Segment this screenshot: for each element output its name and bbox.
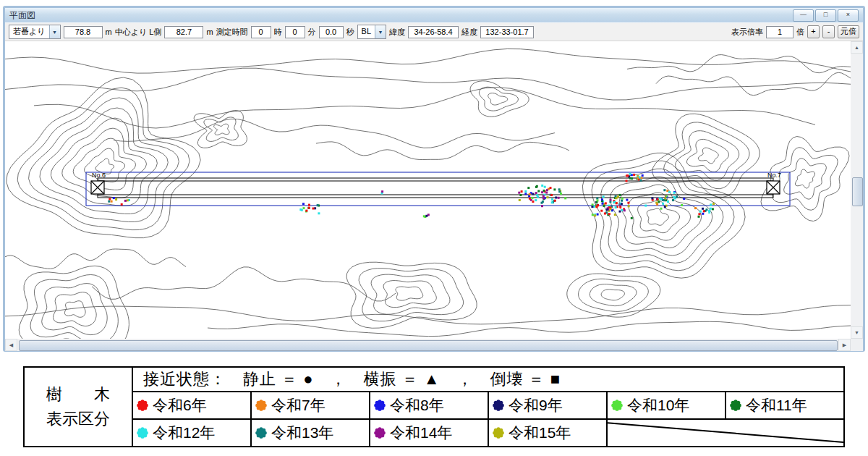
legend-year-label: 令和12年	[153, 424, 215, 441]
scrollbar-corner	[851, 339, 863, 351]
year-marker-icon	[254, 398, 268, 413]
toolbar: 若番より ▼ 78.8 m 中心より L側 82.7 m 測定時間 0 時 0 …	[5, 22, 863, 41]
year-marker-icon	[491, 426, 506, 440]
year-marker-icon	[373, 426, 387, 440]
legend-header-line1: 樹 木	[25, 382, 131, 407]
horizontal-scrollbar[interactable]: ◀ ▶	[5, 339, 851, 351]
tower-no7-label: No.7	[767, 172, 781, 179]
legend-year-label: 令和13年	[271, 424, 333, 441]
legend-year-cell: 令和9年	[488, 392, 607, 419]
zoom-in-button[interactable]: +	[807, 25, 820, 38]
legend-year-label: 令和11年	[746, 397, 807, 413]
vertical-scroll-thumb[interactable]	[852, 177, 863, 206]
legend-header-line2: 表示区分	[25, 407, 131, 431]
zoom-label: 表示倍率	[731, 27, 763, 38]
contour-lines	[5, 49, 851, 339]
legend-year-label: 令和9年	[509, 397, 563, 413]
scroll-left-icon[interactable]: ◀	[5, 339, 17, 351]
window-content: No.6No.7 ▲ ▼ ◀ ▶	[5, 41, 863, 351]
hours-unit-label: 時	[274, 27, 282, 38]
year-marker-icon	[135, 426, 150, 440]
maximize-button[interactable]: □	[815, 9, 836, 22]
tower-no7	[767, 181, 780, 194]
seconds-input[interactable]: 0.0	[319, 26, 344, 38]
legend-year-cell: 令和13年	[251, 419, 370, 447]
longitude-label: 経度	[461, 27, 477, 38]
coord-system-value: BL	[358, 25, 375, 38]
latitude-input[interactable]: 34-26-58.4	[408, 26, 459, 38]
longitude-input[interactable]: 132-33-01.7	[480, 26, 534, 38]
numbering-order-value: 若番より	[9, 25, 49, 38]
latitude-label: 緯度	[389, 27, 405, 38]
vertical-scrollbar[interactable]: ▲ ▼	[851, 41, 863, 339]
tower-no6	[91, 181, 104, 194]
legend-year-cell: 令和7年	[251, 392, 370, 419]
line-route-band	[98, 178, 773, 198]
window-controls: — □ ×	[793, 9, 859, 22]
year-marker-icon	[610, 398, 624, 413]
chevron-down-icon: ▼	[375, 25, 386, 38]
legend-year-label: 令和6年	[153, 397, 207, 413]
minutes-unit-label: 分	[308, 27, 316, 38]
window-title: 平面図	[9, 9, 35, 22]
zoom-out-button[interactable]: -	[822, 25, 835, 38]
legend-year-cell: 令和8年	[370, 392, 488, 419]
tower-no6-label: No.6	[92, 172, 106, 179]
numbering-order-select[interactable]: 若番より ▼	[9, 25, 61, 39]
legend-year-cell: 令和12年	[132, 419, 251, 447]
legend-year-label: 令和10年	[627, 397, 689, 413]
approach-state-cell: 接近状態： 静止 ＝ ● ， 横振 ＝ ▲ ， 倒壊 ＝ ■	[132, 367, 844, 392]
center-side-label: 中心より L側	[115, 27, 162, 38]
legend-year-cell: 令和6年	[132, 392, 251, 419]
close-button[interactable]: ×	[838, 9, 859, 22]
year-marker-icon	[254, 426, 268, 440]
zoom-unit-label: 倍	[796, 27, 804, 38]
zoom-input[interactable]: 1	[766, 26, 793, 38]
year-marker-icon	[491, 398, 506, 413]
minimize-button[interactable]: —	[793, 9, 814, 22]
offset-start-unit-label: m	[106, 28, 112, 36]
year-marker-icon	[728, 398, 743, 413]
minutes-input[interactable]: 0	[285, 26, 305, 38]
legend-year-label: 令和15年	[509, 424, 571, 441]
legend-year-cell: 令和14年	[370, 419, 488, 447]
scroll-down-icon[interactable]: ▼	[851, 326, 863, 339]
scroll-right-icon[interactable]: ▶	[838, 339, 851, 351]
coord-system-select[interactable]: BL ▼	[357, 25, 386, 39]
horizontal-scroll-thumb[interactable]	[19, 340, 838, 351]
map-svg: No.6No.7	[5, 41, 851, 339]
legend-year-cell: 令和10年	[607, 392, 726, 419]
hours-input[interactable]: 0	[251, 26, 271, 38]
seconds-unit-label: 秒	[346, 27, 354, 38]
legend-diagonal-cell	[607, 419, 844, 447]
year-marker-icon	[135, 398, 150, 413]
year-marker-icon	[373, 398, 387, 413]
offset-start-input[interactable]: 78.8	[64, 26, 103, 38]
tree-legend-table: 樹 木 表示区分 接近状態： 静止 ＝ ● ， 横振 ＝ ▲ ， 倒壊 ＝ ■ …	[23, 366, 845, 447]
legend-header-cell: 樹 木 表示区分	[24, 367, 132, 447]
title-bar[interactable]: 平面図 — □ ×	[5, 8, 863, 22]
legend-year-cell: 令和15年	[488, 419, 607, 447]
offset-center-input[interactable]: 82.7	[164, 26, 203, 38]
scroll-up-icon[interactable]: ▲	[851, 41, 863, 54]
legend-year-row-2: 令和12年令和13年令和14年令和15年	[24, 419, 844, 447]
screenshot-root: { "window": { "title": "平面図", "minimize_…	[0, 0, 868, 456]
map-canvas[interactable]: No.6No.7	[5, 41, 851, 339]
diagonal-line-icon	[608, 420, 843, 446]
legend-year-row-1: 令和6年令和7年令和8年令和9年令和10年令和11年	[24, 392, 844, 419]
legend-year-label: 令和8年	[390, 397, 444, 413]
plan-view-window: 平面図 — □ × 若番より ▼ 78.8 m 中心より L側 82.7 m 測…	[3, 6, 865, 352]
chevron-down-icon: ▼	[49, 25, 60, 38]
zoom-reset-button[interactable]: 元倍	[838, 25, 859, 38]
offset-center-unit-label: m	[206, 28, 213, 36]
tree-dots	[108, 173, 715, 219]
legend-year-cell: 令和11年	[726, 392, 844, 419]
measure-time-label: 測定時間	[216, 27, 248, 38]
legend-year-label: 令和14年	[390, 424, 452, 441]
legend-year-label: 令和7年	[271, 397, 326, 413]
